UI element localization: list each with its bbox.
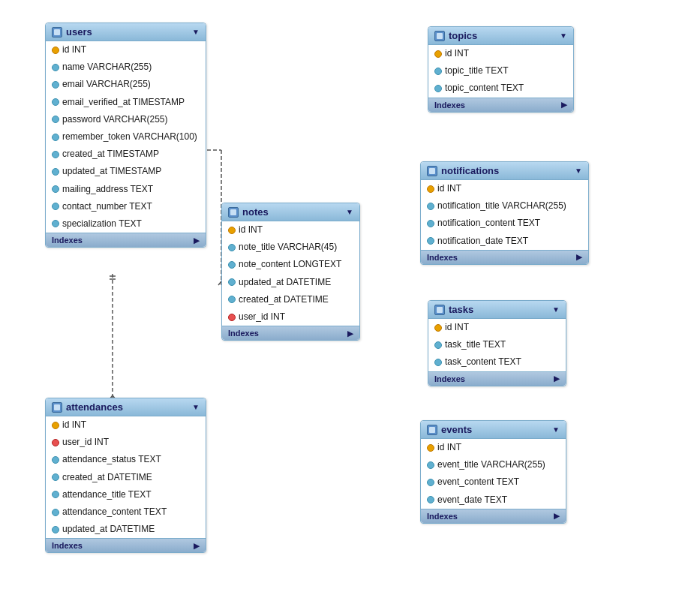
field-topics-title: topic_title TEXT <box>428 62 573 80</box>
table-events-header[interactable]: events ▼ <box>421 421 566 439</box>
field-icon <box>434 359 442 366</box>
pk-icon <box>427 444 434 452</box>
field-att-content: attendance_content TEXT <box>46 503 206 521</box>
field-users-created-at: created_at TIMESTAMP <box>46 146 206 163</box>
field-icon <box>427 237 434 245</box>
field-notes-title: note_title VARCHAR(45) <box>222 239 359 256</box>
field-icon <box>427 203 434 210</box>
field-tasks-content: task_content TEXT <box>428 353 566 371</box>
field-icon <box>52 220 59 227</box>
field-notif-id: id INT <box>421 180 588 197</box>
field-att-status: attendance_status TEXT <box>46 451 206 468</box>
field-icon <box>52 64 59 71</box>
table-attendances-dropdown[interactable]: ▼ <box>192 403 200 411</box>
pk-icon <box>434 50 442 58</box>
table-topics-header[interactable]: topics ▼ <box>428 27 573 45</box>
field-notif-title: notification_title VARCHAR(255) <box>421 197 588 215</box>
field-icon <box>427 496 434 503</box>
field-users-email: email VARCHAR(255) <box>46 76 206 93</box>
field-att-updated-at: updated_at DATETIME <box>46 521 206 538</box>
table-users-footer[interactable]: Indexes ▶ <box>46 233 206 247</box>
pk-icon <box>52 422 59 429</box>
field-icon <box>228 278 236 286</box>
field-icon <box>228 244 236 251</box>
field-topics-id: id INT <box>428 45 573 62</box>
field-att-created-at: created_at DATETIME <box>46 469 206 486</box>
field-notes-id: id INT <box>222 221 359 239</box>
table-notes-header[interactable]: notes ▼ <box>222 203 359 221</box>
field-icon <box>52 203 59 210</box>
field-icon <box>427 479 434 486</box>
table-users-header[interactable]: users ▼ <box>46 23 206 41</box>
table-notifications-dropdown[interactable]: ▼ <box>575 167 582 175</box>
field-icon <box>434 341 442 349</box>
field-users-contact: contact_number TEXT <box>46 198 206 215</box>
field-events-title: event_title VARCHAR(255) <box>421 456 566 473</box>
table-attendances: attendances ▼ id INT user_id INT attenda… <box>45 398 206 553</box>
field-events-id: id INT <box>421 439 566 456</box>
pk-icon <box>427 185 434 193</box>
field-events-date: event_date TEXT <box>421 491 566 509</box>
table-attendances-footer[interactable]: Indexes ▶ <box>46 538 206 552</box>
fk-icon <box>52 439 59 446</box>
table-notifications-footer[interactable]: Indexes ▶ <box>421 250 588 264</box>
field-icon <box>52 456 59 464</box>
table-notes-title: notes <box>242 206 269 218</box>
table-users-dropdown[interactable]: ▼ <box>192 28 200 36</box>
field-notes-user-id: user_id INT <box>222 308 359 326</box>
fk-icon <box>228 314 236 321</box>
table-topics-icon <box>434 31 445 41</box>
table-tasks-dropdown[interactable]: ▼ <box>552 305 560 314</box>
table-topics-dropdown[interactable]: ▼ <box>560 32 567 40</box>
field-icon <box>52 168 59 176</box>
table-notes-footer[interactable]: Indexes ▶ <box>222 326 359 340</box>
table-events-title: events <box>441 424 472 435</box>
field-icon <box>228 296 236 303</box>
field-users-updated-at: updated_at TIMESTAMP <box>46 163 206 180</box>
table-topics: topics ▼ id INT topic_title TEXT topic_c… <box>428 26 574 113</box>
field-icon <box>52 491 59 498</box>
table-notifications: notifications ▼ id INT notification_titl… <box>420 161 589 265</box>
pk-icon <box>228 227 236 234</box>
table-notes-dropdown[interactable]: ▼ <box>346 208 353 216</box>
pk-icon <box>52 47 59 54</box>
table-tasks-header[interactable]: tasks ▼ <box>428 301 566 319</box>
table-notifications-icon <box>427 166 437 176</box>
table-events-icon <box>427 425 437 435</box>
table-events-footer[interactable]: Indexes ▶ <box>421 509 566 523</box>
table-events-dropdown[interactable]: ▼ <box>552 425 560 434</box>
field-att-user-id: user_id INT <box>46 434 206 451</box>
field-icon <box>52 81 59 89</box>
pk-icon <box>434 324 442 332</box>
table-events: events ▼ id INT event_title VARCHAR(255)… <box>420 420 566 524</box>
field-users-specialization: specialization TEXT <box>46 215 206 233</box>
field-users-email-verified: email_verified_at TIMESTAMP <box>46 94 206 111</box>
table-tasks: tasks ▼ id INT task_title TEXT task_cont… <box>428 300 566 386</box>
field-notes-updated-at: updated_at DATETIME <box>222 274 359 291</box>
field-notes-created-at: created_at DATETIME <box>222 291 359 308</box>
field-icon <box>427 461 434 469</box>
field-events-content: event_content TEXT <box>421 473 566 491</box>
field-icon <box>52 116 59 123</box>
field-icon <box>52 473 59 481</box>
table-tasks-footer[interactable]: Indexes ▶ <box>428 371 566 386</box>
field-notif-date: notification_date TEXT <box>421 233 588 250</box>
field-icon <box>52 134 59 141</box>
table-tasks-icon <box>434 305 445 315</box>
table-tasks-title: tasks <box>449 304 473 315</box>
field-users-name: name VARCHAR(255) <box>46 59 206 76</box>
table-users-icon <box>52 27 62 38</box>
field-icon <box>434 85 442 92</box>
field-att-title: attendance_title TEXT <box>46 486 206 503</box>
table-topics-footer[interactable]: Indexes ▶ <box>428 98 573 112</box>
field-icon <box>434 68 442 75</box>
table-topics-title: topics <box>449 30 477 41</box>
field-notif-content: notification_content TEXT <box>421 215 588 232</box>
field-att-id: id INT <box>46 416 206 434</box>
table-attendances-header[interactable]: attendances ▼ <box>46 398 206 416</box>
table-users-title: users <box>66 26 92 38</box>
field-tasks-title: task_title TEXT <box>428 336 566 353</box>
field-icon <box>427 220 434 227</box>
table-notifications-header[interactable]: notifications ▼ <box>421 162 588 180</box>
table-attendances-title: attendances <box>66 401 123 413</box>
